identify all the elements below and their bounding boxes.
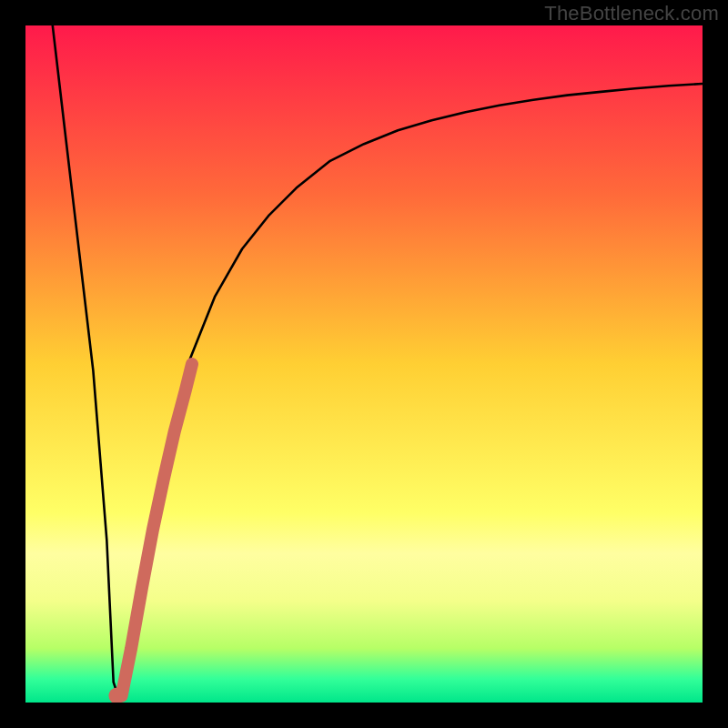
chart-svg	[25, 25, 703, 703]
watermark-text: TheBottleneck.com	[544, 2, 719, 25]
plot-area	[25, 25, 703, 703]
outer-frame: TheBottleneck.com	[0, 0, 728, 728]
gradient-background	[25, 25, 703, 703]
